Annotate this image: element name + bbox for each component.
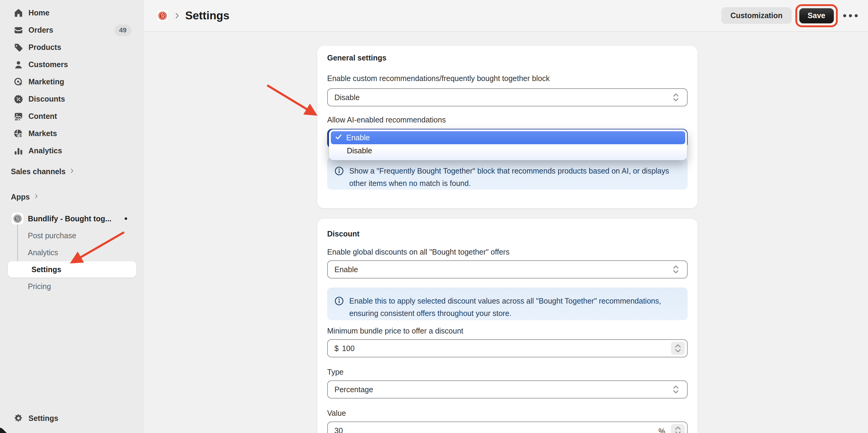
card-title: Discount — [327, 230, 360, 238]
select-updown-icon — [671, 263, 680, 275]
svg-text:$: $ — [19, 133, 22, 138]
save-annotation-ring: Save — [795, 4, 838, 27]
number-stepper[interactable] — [671, 342, 685, 355]
dropdown-option-enable[interactable]: Enable — [331, 131, 685, 144]
sidebar-item-label: Products — [28, 43, 61, 52]
sidebar-item-markets[interactable]: $ Markets — [8, 126, 136, 141]
chevron-right-icon — [33, 193, 40, 201]
ai-reco-label: Allow AI-enabled recommendations — [327, 115, 446, 124]
info-icon — [334, 166, 344, 182]
min-bundle-price-input[interactable]: $ 100 — [327, 339, 688, 357]
sub-item-label: Pricing — [28, 282, 51, 291]
sidebar-item-pricing[interactable]: Pricing — [8, 278, 136, 295]
section-label-text: Sales channels — [11, 167, 66, 176]
sub-item-label: Post purchase — [28, 231, 76, 240]
app-name-label: Bundlify - Bought tog... — [28, 214, 112, 223]
input-value: 30 — [334, 426, 343, 433]
info-icon — [334, 296, 344, 313]
analytics-icon — [13, 146, 24, 156]
breadcrumb-chevron-icon — [173, 12, 181, 20]
sidebar-item-content[interactable]: Content — [8, 108, 136, 124]
sidebar-item-label: Analytics — [28, 146, 62, 155]
sidebar-app-bundlify[interactable]: Bundlify - Bought tog... — [8, 210, 136, 227]
more-actions-button[interactable] — [841, 11, 860, 20]
bundlify-app-icon — [11, 212, 24, 225]
gear-icon — [13, 413, 24, 423]
banner-text: Show a "Frequently Bought Together" bloc… — [349, 165, 680, 182]
topbar: Settings Customization Save — [144, 0, 868, 32]
products-icon — [13, 42, 24, 53]
min-bundle-price-label: Minimum bundle price to offer a discount — [327, 327, 463, 335]
orders-count-badge: 49 — [115, 25, 131, 36]
save-button[interactable]: Save — [799, 8, 834, 23]
sidebar-item-customers[interactable]: Customers — [8, 57, 136, 73]
type-label: Type — [327, 368, 343, 376]
sidebar-item-label: Home — [28, 8, 49, 17]
chevron-right-icon — [69, 167, 75, 176]
select-value: Disable — [334, 93, 360, 102]
global-discounts-select[interactable]: Enable — [327, 260, 688, 278]
check-icon — [335, 133, 342, 142]
footer-settings-label: Settings — [28, 414, 58, 423]
sidebar-item-settings[interactable]: Settings — [8, 410, 136, 426]
option-label: Enable — [346, 133, 370, 142]
sidebar-item-products[interactable]: Products — [8, 39, 136, 55]
global-discounts-info-banner: Enable this to apply selected discount v… — [327, 288, 688, 320]
sidebar-item-app-settings[interactable]: Settings — [8, 261, 136, 277]
app-notification-dot — [125, 218, 127, 220]
type-select[interactable]: Percentage — [327, 380, 688, 399]
markets-icon: $ — [13, 129, 24, 139]
custom-reco-label: Enable custom recommendations/frequently… — [327, 74, 550, 83]
sidebar-section-sales-channels[interactable]: Sales channels — [11, 165, 75, 178]
customers-icon — [13, 60, 24, 70]
sub-item-label: Settings — [31, 265, 61, 274]
select-updown-icon — [671, 91, 680, 103]
orders-icon — [13, 25, 24, 35]
sidebar: Home Orders 49 Products Customers Market… — [0, 0, 144, 433]
option-label: Disable — [347, 146, 372, 155]
banner-text: Enable this to apply selected discount v… — [349, 295, 680, 313]
sidebar-item-analytics[interactable]: Analytics — [8, 143, 136, 159]
number-stepper[interactable] — [671, 424, 685, 433]
global-discounts-label: Enable global discounts on all "Bought t… — [327, 247, 509, 257]
discount-card: Discount Enable global discounts on all … — [317, 219, 698, 433]
content-icon — [13, 111, 24, 122]
topbar-actions: Customization Save — [721, 4, 860, 27]
sidebar-item-label: Markets — [28, 129, 57, 138]
sidebar-item-post-purchase[interactable]: Post purchase — [8, 227, 136, 244]
value-label: Value — [327, 409, 346, 418]
ai-reco-info-banner: Show a "Frequently Bought Together" bloc… — [327, 158, 688, 190]
ai-reco-dropdown: Enable Disable — [329, 129, 687, 160]
breadcrumb-app-icon[interactable] — [157, 10, 168, 22]
general-settings-card: General settings Enable custom recommend… — [317, 46, 698, 208]
sidebar-item-label: Orders — [28, 26, 53, 34]
sidebar-item-marketing[interactable]: Marketing — [8, 74, 136, 90]
page-title: Settings — [185, 9, 229, 22]
marketing-icon — [13, 77, 24, 87]
sidebar-item-label: Content — [28, 112, 57, 121]
select-value: Percentage — [334, 385, 373, 394]
sub-item-label: Analytics — [28, 248, 58, 257]
home-icon — [13, 8, 24, 18]
sidebar-item-discounts[interactable]: Discounts — [8, 91, 136, 107]
customization-button[interactable]: Customization — [721, 7, 792, 24]
sidebar-item-orders[interactable]: Orders 49 — [8, 22, 136, 38]
select-updown-icon — [671, 384, 680, 396]
sidebar-item-label: Discounts — [28, 95, 65, 103]
select-value: Enable — [334, 265, 358, 274]
card-title: General settings — [327, 54, 386, 62]
percent-suffix: % — [658, 422, 665, 433]
sidebar-item-label: Marketing — [28, 77, 64, 86]
main-content: General settings Enable custom recommend… — [144, 32, 868, 433]
input-value: 100 — [342, 344, 355, 353]
dropdown-option-disable[interactable]: Disable — [331, 144, 685, 157]
value-input[interactable]: 30 % — [327, 422, 688, 433]
section-label-text: Apps — [11, 193, 30, 201]
sidebar-item-label: Customers — [28, 60, 68, 69]
sidebar-section-apps[interactable]: Apps — [11, 190, 40, 203]
sidebar-item-home[interactable]: Home — [8, 5, 136, 21]
discounts-icon — [13, 94, 24, 104]
custom-reco-select[interactable]: Disable — [327, 88, 688, 106]
sidebar-item-app-analytics[interactable]: Analytics — [8, 244, 136, 261]
currency-prefix: $ — [334, 344, 339, 353]
